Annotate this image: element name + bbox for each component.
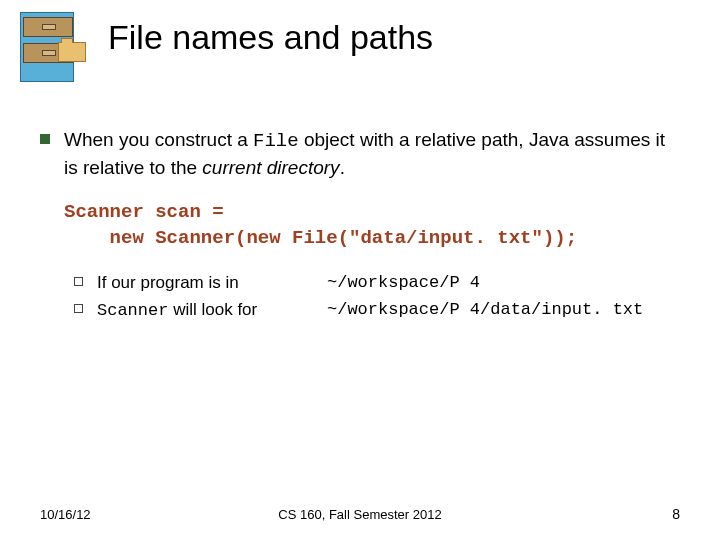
para-text-3: .: [340, 157, 345, 178]
para-italic: current directory: [202, 157, 339, 178]
footer-page-number: 8: [672, 506, 680, 522]
sub1-right: ~/workspace/P 4: [327, 272, 480, 295]
sub2-left-rest: will look for: [168, 300, 257, 319]
sub2-right: ~/workspace/P 4/data/input. txt: [327, 299, 643, 323]
sub-bullet-2: Scanner will look for ~/workspace/P 4/da…: [74, 299, 680, 323]
sub2-left-mono: Scanner: [97, 301, 168, 320]
file-cabinet-icon: [20, 12, 90, 87]
slide-footer: 10/16/12 CS 160, Fall Semester 2012 8: [0, 506, 720, 522]
sub2-left: Scanner will look for: [97, 299, 327, 323]
slide-header: File names and paths: [0, 0, 720, 87]
footer-date: 10/16/12: [40, 507, 91, 522]
sub-bullet-1: If our program is in ~/workspace/P 4: [74, 272, 680, 295]
para-text-1: When you construct a: [64, 129, 253, 150]
main-paragraph: When you construct a File object with a …: [64, 127, 680, 180]
main-bullet: When you construct a File object with a …: [40, 127, 680, 180]
sub-bullet-list: If our program is in ~/workspace/P 4 Sca…: [74, 272, 680, 323]
sub1-left: If our program is in: [97, 272, 327, 295]
bullet-square-icon: [40, 134, 50, 144]
slide-content: When you construct a File object with a …: [0, 87, 720, 322]
para-code-file: File: [253, 130, 299, 152]
hollow-square-icon: [74, 277, 83, 286]
code-block: Scanner scan = new Scanner(new File("dat…: [64, 200, 680, 251]
hollow-square-icon: [74, 304, 83, 313]
slide-title: File names and paths: [108, 10, 433, 57]
footer-course: CS 160, Fall Semester 2012: [278, 507, 441, 522]
